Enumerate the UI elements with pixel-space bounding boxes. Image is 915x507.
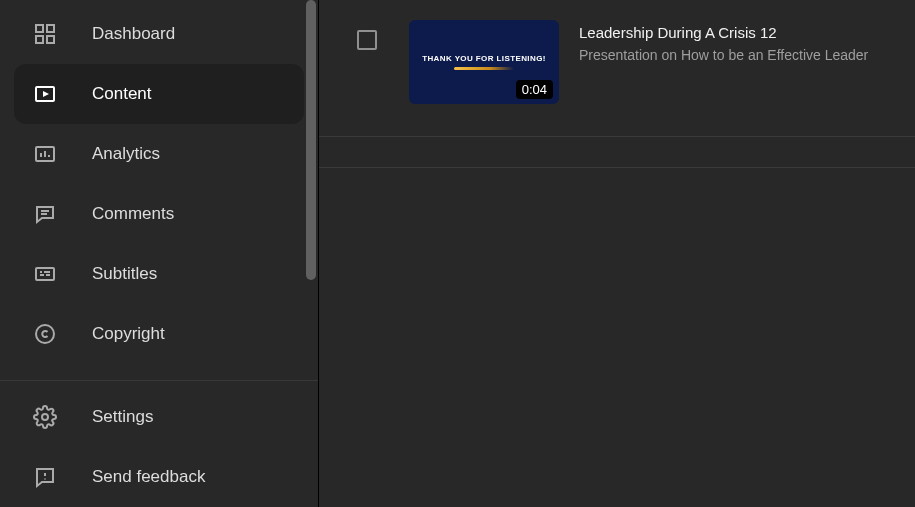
video-description: Presentation on How to be an Effective L… [579, 47, 868, 63]
comments-icon [32, 201, 58, 227]
sidebar-item-subtitles[interactable]: Subtitles [0, 244, 318, 304]
sidebar-item-copyright[interactable]: Copyright [0, 304, 318, 364]
sidebar-item-dashboard[interactable]: Dashboard [0, 4, 318, 64]
sidebar-item-comments[interactable]: Comments [0, 184, 318, 244]
sidebar-bottom: Settings Send feedback [0, 380, 318, 507]
feedback-icon [32, 464, 58, 490]
sidebar: Dashboard Content Anal [0, 0, 318, 507]
svg-point-17 [36, 325, 54, 343]
sidebar-item-label: Comments [92, 204, 300, 224]
sidebar-item-content[interactable]: Content [14, 64, 304, 124]
row-checkbox[interactable] [357, 30, 377, 50]
thumbnail-text: THANK YOU FOR LISTENING! [422, 54, 546, 63]
sidebar-item-feedback[interactable]: Send feedback [0, 447, 318, 507]
sidebar-item-analytics[interactable]: Analytics [0, 124, 318, 184]
video-duration-badge: 0:04 [516, 80, 553, 99]
svg-rect-12 [36, 268, 54, 280]
sidebar-item-label: Subtitles [92, 264, 300, 284]
dashboard-icon [32, 21, 58, 47]
sidebar-item-label: Send feedback [92, 467, 300, 487]
svg-rect-3 [47, 36, 54, 43]
main-content: THANK YOU FOR LISTENING! 0:04 Leadership… [318, 0, 915, 507]
video-row[interactable]: THANK YOU FOR LISTENING! 0:04 Leadership… [319, 0, 915, 137]
sidebar-item-label: Analytics [92, 144, 300, 164]
svg-rect-1 [47, 25, 54, 32]
gear-icon [32, 404, 58, 430]
sidebar-item-label: Content [92, 84, 286, 104]
sidebar-item-label: Dashboard [92, 24, 300, 44]
sidebar-scrollbar[interactable] [306, 0, 316, 280]
svg-rect-0 [36, 25, 43, 32]
video-title[interactable]: Leadership During A Crisis 12 [579, 24, 868, 41]
app-root: Dashboard Content Anal [0, 0, 915, 507]
thumbnail-accent [454, 67, 514, 70]
sidebar-scroll-area: Dashboard Content Anal [0, 0, 318, 380]
svg-point-20 [44, 478, 46, 480]
row-divider [319, 167, 915, 168]
subtitles-icon [32, 261, 58, 287]
content-icon [32, 81, 58, 107]
svg-rect-2 [36, 36, 43, 43]
video-thumbnail[interactable]: THANK YOU FOR LISTENING! 0:04 [409, 20, 559, 104]
sidebar-item-settings[interactable]: Settings [0, 387, 318, 447]
video-meta: Leadership During A Crisis 12 Presentati… [579, 20, 868, 63]
sidebar-item-label: Settings [92, 407, 300, 427]
copyright-icon [32, 321, 58, 347]
sidebar-item-label: Copyright [92, 324, 300, 344]
svg-marker-5 [43, 91, 49, 97]
svg-point-18 [42, 414, 48, 420]
analytics-icon [32, 141, 58, 167]
